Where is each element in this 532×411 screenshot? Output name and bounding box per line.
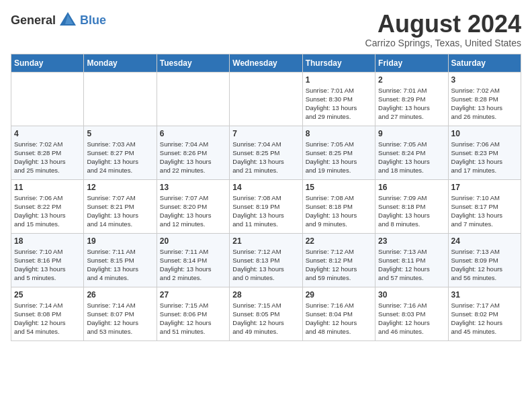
calendar-cell: 5Sunrise: 7:03 AM Sunset: 8:27 PM Daylig… (84, 126, 157, 179)
day-number: 21 (232, 236, 299, 246)
calendar-cell: 30Sunrise: 7:16 AM Sunset: 8:03 PM Dayli… (375, 287, 448, 340)
calendar-cell: 8Sunrise: 7:05 AM Sunset: 8:25 PM Daylig… (302, 126, 375, 179)
day-info: Sunrise: 7:12 AM Sunset: 8:13 PM Dayligh… (232, 247, 299, 283)
day-info: Sunrise: 7:05 AM Sunset: 8:24 PM Dayligh… (378, 140, 445, 175)
day-number: 1 (306, 75, 372, 85)
header-row: SundayMondayTuesdayWednesdayThursdayFrid… (11, 54, 521, 72)
day-info: Sunrise: 7:15 AM Sunset: 8:05 PM Dayligh… (232, 301, 299, 336)
day-info: Sunrise: 7:08 AM Sunset: 8:18 PM Dayligh… (306, 193, 372, 229)
day-number: 15 (306, 183, 372, 192)
day-number: 17 (451, 183, 518, 192)
day-info: Sunrise: 7:08 AM Sunset: 8:19 PM Dayligh… (232, 193, 299, 229)
header-day: Wednesday (230, 54, 302, 72)
day-number: 5 (87, 129, 153, 138)
day-number: 3 (451, 75, 518, 85)
header-day: Saturday (448, 54, 521, 72)
header-day: Friday (375, 54, 448, 72)
day-info: Sunrise: 7:06 AM Sunset: 8:22 PM Dayligh… (14, 193, 81, 229)
logo-blue-text: Blue (80, 13, 106, 28)
page-subtitle: Carrizo Springs, Texas, United States (365, 38, 521, 48)
day-number: 6 (160, 129, 226, 138)
calendar-cell: 31Sunrise: 7:17 AM Sunset: 8:02 PM Dayli… (448, 287, 521, 340)
day-info: Sunrise: 7:10 AM Sunset: 8:17 PM Dayligh… (451, 193, 518, 229)
day-info: Sunrise: 7:01 AM Sunset: 8:29 PM Dayligh… (378, 86, 445, 122)
day-info: Sunrise: 7:07 AM Sunset: 8:21 PM Dayligh… (87, 193, 153, 229)
header-day: Monday (84, 54, 157, 72)
day-info: Sunrise: 7:11 AM Sunset: 8:14 PM Dayligh… (160, 247, 226, 283)
day-info: Sunrise: 7:01 AM Sunset: 8:30 PM Dayligh… (306, 86, 372, 122)
day-number: 13 (160, 183, 226, 192)
day-info: Sunrise: 7:13 AM Sunset: 8:09 PM Dayligh… (451, 247, 518, 283)
day-info: Sunrise: 7:03 AM Sunset: 8:27 PM Dayligh… (87, 140, 153, 175)
day-info: Sunrise: 7:06 AM Sunset: 8:23 PM Dayligh… (451, 140, 518, 175)
calendar-cell: 1Sunrise: 7:01 AM Sunset: 8:30 PM Daylig… (302, 72, 375, 126)
header-day: Thursday (302, 54, 375, 72)
calendar-cell: 7Sunrise: 7:04 AM Sunset: 8:25 PM Daylig… (230, 126, 302, 179)
day-info: Sunrise: 7:04 AM Sunset: 8:26 PM Dayligh… (160, 140, 226, 175)
calendar-cell (230, 72, 302, 126)
calendar-cell: 16Sunrise: 7:09 AM Sunset: 8:18 PM Dayli… (375, 179, 448, 233)
calendar-cell: 22Sunrise: 7:12 AM Sunset: 8:12 PM Dayli… (302, 233, 375, 287)
day-info: Sunrise: 7:04 AM Sunset: 8:25 PM Dayligh… (232, 140, 299, 175)
calendar-cell: 28Sunrise: 7:15 AM Sunset: 8:05 PM Dayli… (230, 287, 302, 340)
header: General Blue August 2024 Carrizo Springs… (11, 11, 521, 48)
day-info: Sunrise: 7:16 AM Sunset: 8:03 PM Dayligh… (378, 301, 445, 336)
day-info: Sunrise: 7:13 AM Sunset: 8:11 PM Dayligh… (378, 247, 445, 283)
day-number: 11 (14, 183, 81, 192)
day-number: 12 (87, 183, 153, 192)
day-info: Sunrise: 7:05 AM Sunset: 8:25 PM Dayligh… (306, 140, 372, 175)
calendar-cell: 9Sunrise: 7:05 AM Sunset: 8:24 PM Daylig… (375, 126, 448, 179)
day-info: Sunrise: 7:15 AM Sunset: 8:06 PM Dayligh… (160, 301, 226, 336)
calendar-cell: 20Sunrise: 7:11 AM Sunset: 8:14 PM Dayli… (157, 233, 229, 287)
calendar-cell: 11Sunrise: 7:06 AM Sunset: 8:22 PM Dayli… (11, 179, 84, 233)
calendar-cell: 21Sunrise: 7:12 AM Sunset: 8:13 PM Dayli… (230, 233, 302, 287)
day-number: 30 (378, 290, 445, 300)
day-info: Sunrise: 7:17 AM Sunset: 8:02 PM Dayligh… (451, 301, 518, 336)
day-number: 19 (87, 236, 153, 246)
day-info: Sunrise: 7:07 AM Sunset: 8:20 PM Dayligh… (160, 193, 226, 229)
day-info: Sunrise: 7:10 AM Sunset: 8:16 PM Dayligh… (14, 247, 81, 283)
calendar-row: 11Sunrise: 7:06 AM Sunset: 8:22 PM Dayli… (11, 179, 521, 233)
calendar-row: 25Sunrise: 7:14 AM Sunset: 8:08 PM Dayli… (11, 287, 521, 340)
day-number: 10 (451, 129, 518, 138)
logo: General Blue (11, 11, 106, 30)
day-info: Sunrise: 7:14 AM Sunset: 8:07 PM Dayligh… (87, 301, 153, 336)
day-info: Sunrise: 7:12 AM Sunset: 8:12 PM Dayligh… (306, 247, 372, 283)
day-number: 20 (160, 236, 226, 246)
calendar-cell: 13Sunrise: 7:07 AM Sunset: 8:20 PM Dayli… (157, 179, 229, 233)
calendar-cell: 12Sunrise: 7:07 AM Sunset: 8:21 PM Dayli… (84, 179, 157, 233)
day-number: 9 (378, 129, 445, 138)
day-number: 8 (306, 129, 372, 138)
calendar-cell: 27Sunrise: 7:15 AM Sunset: 8:06 PM Dayli… (157, 287, 229, 340)
day-number: 24 (451, 236, 518, 246)
day-info: Sunrise: 7:11 AM Sunset: 8:15 PM Dayligh… (87, 247, 153, 283)
day-info: Sunrise: 7:02 AM Sunset: 8:28 PM Dayligh… (451, 86, 518, 122)
day-number: 22 (306, 236, 372, 246)
day-info: Sunrise: 7:16 AM Sunset: 8:04 PM Dayligh… (306, 301, 372, 336)
day-number: 16 (378, 183, 445, 192)
day-number: 29 (306, 290, 372, 300)
day-number: 25 (14, 290, 81, 300)
calendar-cell: 23Sunrise: 7:13 AM Sunset: 8:11 PM Dayli… (375, 233, 448, 287)
calendar-cell: 15Sunrise: 7:08 AM Sunset: 8:18 PM Dayli… (302, 179, 375, 233)
logo-icon (58, 11, 77, 30)
day-info: Sunrise: 7:09 AM Sunset: 8:18 PM Dayligh… (378, 193, 445, 229)
header-day: Tuesday (157, 54, 229, 72)
calendar-cell: 25Sunrise: 7:14 AM Sunset: 8:08 PM Dayli… (11, 287, 84, 340)
calendar-header: SundayMondayTuesdayWednesdayThursdayFrid… (11, 54, 521, 72)
day-number: 18 (14, 236, 81, 246)
logo-general-text: General (11, 13, 56, 28)
calendar-cell (11, 72, 84, 126)
calendar-row: 4Sunrise: 7:02 AM Sunset: 8:28 PM Daylig… (11, 126, 521, 179)
calendar-cell: 2Sunrise: 7:01 AM Sunset: 8:29 PM Daylig… (375, 72, 448, 126)
calendar-row: 1Sunrise: 7:01 AM Sunset: 8:30 PM Daylig… (11, 72, 521, 126)
calendar-cell: 18Sunrise: 7:10 AM Sunset: 8:16 PM Dayli… (11, 233, 84, 287)
day-number: 23 (378, 236, 445, 246)
calendar-table: SundayMondayTuesdayWednesdayThursdayFrid… (11, 54, 521, 341)
calendar-cell: 19Sunrise: 7:11 AM Sunset: 8:15 PM Dayli… (84, 233, 157, 287)
day-number: 14 (232, 183, 299, 192)
day-number: 28 (232, 290, 299, 300)
day-number: 26 (87, 290, 153, 300)
calendar-body: 1Sunrise: 7:01 AM Sunset: 8:30 PM Daylig… (11, 72, 521, 340)
calendar-cell: 10Sunrise: 7:06 AM Sunset: 8:23 PM Dayli… (448, 126, 521, 179)
